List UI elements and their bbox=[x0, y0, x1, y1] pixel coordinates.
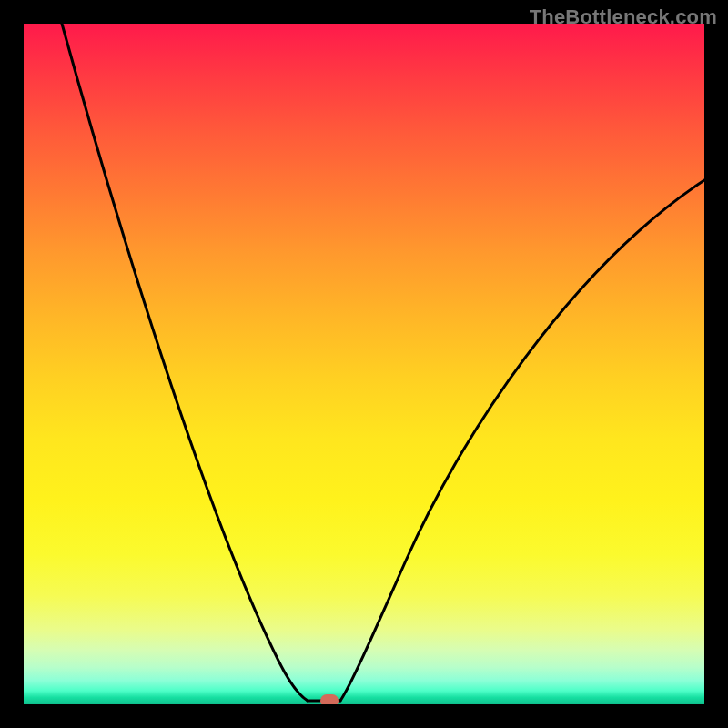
watermark-text: TheBottleneck.com bbox=[530, 5, 717, 29]
curve-layer bbox=[24, 24, 704, 704]
curve-right bbox=[340, 180, 704, 701]
chart-frame: TheBottleneck.com bbox=[0, 0, 728, 728]
plot-area bbox=[24, 24, 704, 704]
minimum-marker bbox=[320, 694, 339, 704]
curve-left bbox=[62, 24, 308, 701]
